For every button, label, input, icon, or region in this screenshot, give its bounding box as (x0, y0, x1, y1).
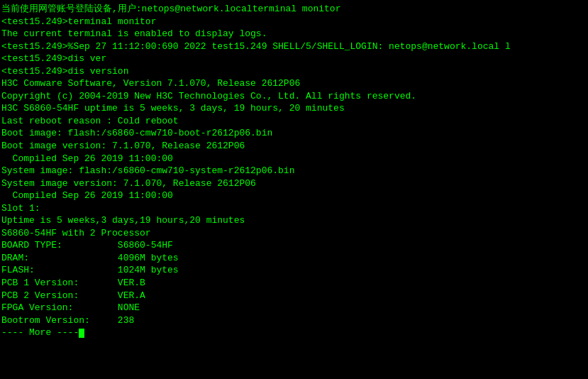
terminal-line: Copyright (c) 2004-2019 New H3C Technolo… (1, 90, 587, 103)
terminal-line: <test15.249>%Sep 27 11:12:00:690 2022 te… (1, 40, 587, 53)
terminal-line: Uptime is 5 weeks,3 days,19 hours,20 min… (1, 214, 587, 227)
terminal-line: H3C Comware Software, Version 7.1.070, R… (1, 77, 587, 90)
terminal-line: Compiled Sep 26 2019 11:00:00 (1, 153, 587, 165)
terminal-line: <test15.249>dis ver (1, 53, 587, 65)
terminal-line: FPGA Version: NONE (1, 302, 587, 314)
terminal-line: BOARD TYPE: S6860-54HF (1, 239, 587, 252)
terminal-line: PCB 2 Version: VER.A (1, 290, 587, 302)
terminal-line: <test15.249>terminal monitor (1, 16, 587, 28)
terminal-line: The current terminal is enabled to displ… (1, 28, 587, 40)
terminal-line: System image: flash:/s6860-cmw710-system… (1, 165, 587, 177)
terminal-line: S6860-54HF with 2 Processor (1, 227, 587, 240)
terminal-window[interactable]: 当前使用网管账号登陆设备,用户:netops@network.localterm… (0, 0, 588, 379)
terminal-line: ---- More ---- (1, 326, 587, 339)
terminal-cursor (79, 329, 84, 338)
terminal-line: Compiled Sep 26 2019 11:00:00 (1, 190, 587, 202)
terminal-line: Boot image: flash:/s6860-cmw710-boot-r26… (1, 127, 587, 140)
terminal-line: Last reboot reason : Cold reboot (1, 115, 587, 128)
terminal-line: H3C S6860-54HF uptime is 5 weeks, 3 days… (1, 102, 587, 115)
terminal-line: 当前使用网管账号登陆设备,用户:netops@network.localterm… (1, 3, 587, 16)
terminal-line: Boot image version: 7.1.070, Release 261… (1, 140, 587, 153)
terminal-line: FLASH: 1024M bytes (1, 264, 587, 277)
terminal-line: System image version: 7.1.070, Release 2… (1, 177, 587, 190)
terminal-line: PCB 1 Version: VER.B (1, 277, 587, 290)
terminal-line: DRAM: 4096M bytes (1, 252, 587, 265)
terminal-line: Slot 1: (1, 202, 587, 215)
terminal-line: Bootrom Version: 238 (1, 314, 587, 327)
terminal-line: <test15.249>dis version (1, 65, 587, 78)
